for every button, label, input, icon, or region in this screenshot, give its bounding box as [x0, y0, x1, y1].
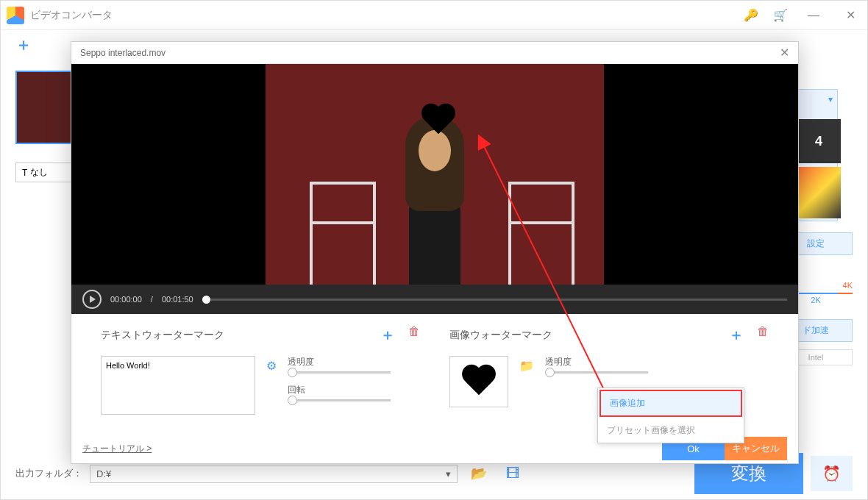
dialog-titlebar: Seppo interlaced.mov ✕: [71, 42, 798, 64]
subtitle-none-label: なし: [30, 166, 48, 179]
browse-image-icon[interactable]: 📁: [519, 359, 534, 373]
text-rotate-slider[interactable]: [288, 399, 391, 401]
video-thumbnail[interactable]: [15, 71, 74, 144]
tutorial-link[interactable]: チュートリアル >: [82, 443, 152, 455]
video-controls: 00:00:00 / 00:01:50: [71, 285, 798, 314]
sidebar-left: T なし: [15, 71, 74, 182]
chair-decor: [508, 182, 574, 285]
video-preview: [71, 64, 798, 285]
add-image-watermark-button[interactable]: ＋: [729, 325, 744, 345]
text-icon: T: [22, 168, 27, 178]
slider-knob[interactable]: [288, 396, 297, 405]
merge-icon[interactable]: 🎞: [500, 466, 525, 482]
app-logo-icon: [7, 7, 24, 24]
opacity-label: 透明度: [545, 356, 769, 368]
chair-decor: [310, 182, 376, 285]
output-folder-select[interactable]: D:¥ ▾: [90, 465, 458, 483]
close-button[interactable]: ✕: [839, 8, 861, 22]
format-preview-tile: [797, 167, 841, 218]
delete-text-watermark-button[interactable]: 🗑: [408, 325, 420, 345]
time-separator: /: [151, 295, 153, 304]
dialog-close-button[interactable]: ✕: [780, 46, 789, 60]
app-title: ビデオコンバータ: [30, 9, 113, 22]
seek-knob[interactable]: [202, 296, 210, 304]
text-settings-icon[interactable]: ⚙: [266, 359, 277, 373]
video-frame: [266, 64, 604, 285]
image-watermark-preview[interactable]: [449, 356, 508, 407]
text-watermark-heading: テキストウォーターマーク: [101, 329, 224, 342]
image-source-dropdown: 画像追加 プリセット画像を選択: [597, 388, 744, 443]
res-4k: 4K: [843, 281, 853, 290]
image-opacity-slider[interactable]: [545, 371, 648, 374]
dialog-title: Seppo interlaced.mov: [80, 48, 166, 58]
time-current: 00:00:00: [110, 295, 142, 304]
opacity-label: 透明度: [288, 356, 420, 368]
delete-image-watermark-button[interactable]: 🗑: [757, 325, 769, 345]
add-text-watermark-button[interactable]: ＋: [380, 325, 395, 345]
titlebar: ビデオコンバータ 🔑 🛒 — ✕: [1, 1, 867, 30]
chevron-down-icon: ▾: [446, 468, 451, 479]
dropdown-add-image[interactable]: 画像追加: [600, 390, 742, 417]
output-folder-label: 出力フォルダ：: [15, 467, 82, 480]
output-folder-path: D:¥: [96, 468, 111, 479]
watermark-dialog: Seppo interlaced.mov ✕ 00:00:00 / 00:01:…: [71, 41, 799, 464]
format-mp4-tile: 4: [797, 119, 841, 163]
time-total: 00:01:50: [162, 295, 193, 304]
play-button[interactable]: [82, 290, 102, 309]
seek-bar[interactable]: [202, 299, 787, 301]
text-opacity-slider[interactable]: [288, 371, 391, 374]
schedule-button[interactable]: ⏰: [811, 456, 853, 491]
slider-knob[interactable]: [545, 368, 555, 377]
subtitle-none-tab[interactable]: T なし: [15, 162, 74, 182]
rotate-label: 回転: [288, 384, 420, 396]
image-watermark-heading: 画像ウォーターマーク: [449, 329, 552, 342]
watermark-text-input[interactable]: [101, 356, 255, 415]
key-icon[interactable]: 🔑: [744, 8, 758, 22]
heart-watermark-overlay[interactable]: [420, 104, 457, 138]
chevron-down-icon: ▾: [828, 94, 833, 104]
open-folder-icon[interactable]: 📂: [465, 465, 493, 482]
heart-icon: [460, 365, 497, 399]
dropdown-preset-image[interactable]: プリセット画像を選択: [598, 418, 744, 443]
cart-icon[interactable]: 🛒: [773, 8, 788, 22]
add-file-button[interactable]: ＋: [15, 34, 32, 56]
slider-knob[interactable]: [288, 368, 297, 377]
text-watermark-section: テキストウォーターマーク ＋ 🗑 ⚙ 透明度 回転: [101, 325, 420, 415]
minimize-button[interactable]: —: [803, 9, 825, 22]
